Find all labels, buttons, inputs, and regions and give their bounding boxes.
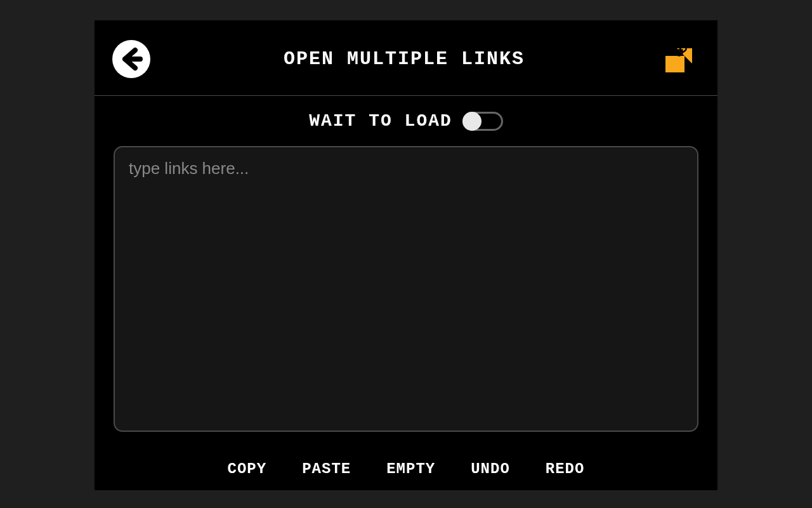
- empty-button[interactable]: EMPTY: [386, 460, 435, 478]
- back-arrow-icon: [117, 45, 145, 73]
- wait-to-load-row: WAIT TO LOAD: [95, 96, 717, 146]
- wait-to-load-label: WAIT TO LOAD: [309, 111, 452, 131]
- undo-button[interactable]: UNDO: [471, 460, 510, 478]
- paste-button[interactable]: PASTE: [302, 460, 351, 478]
- copy-button[interactable]: COPY: [228, 460, 267, 478]
- action-bar: COPY PASTE EMPTY UNDO REDO: [95, 449, 717, 490]
- textarea-container: [95, 146, 717, 449]
- back-button[interactable]: [112, 40, 150, 78]
- redo-button[interactable]: REDO: [546, 460, 585, 478]
- main-panel: OPEN MULTIPLE LINKS WAIT TO LOAD COPY PA…: [95, 20, 717, 490]
- page-title: OPEN MULTIPLE LINKS: [284, 48, 525, 70]
- header: OPEN MULTIPLE LINKS: [95, 20, 717, 96]
- app-logo-icon: [658, 38, 700, 80]
- links-input[interactable]: [114, 146, 698, 432]
- toggle-knob: [462, 112, 481, 131]
- wait-to-load-toggle[interactable]: [462, 112, 503, 131]
